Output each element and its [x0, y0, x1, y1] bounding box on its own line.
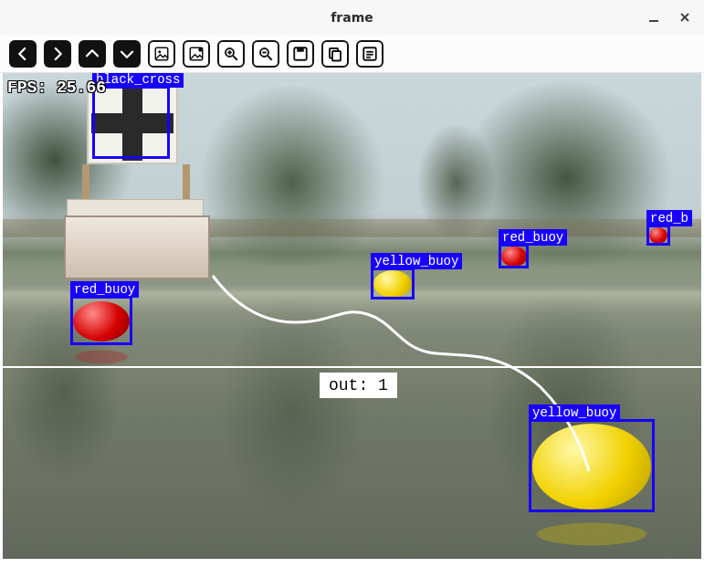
frame-viewport[interactable]: black_cross red_buoy yellow_buoy red_buo…: [0, 73, 704, 573]
platform-box: [64, 215, 210, 279]
detection-yellow-buoy: yellow_buoy: [529, 419, 655, 512]
detection-label: red_b: [646, 210, 692, 226]
detection-red-buoy: red_buoy: [70, 296, 132, 345]
detection-label: yellow_buoy: [371, 253, 462, 269]
detection-red-buoy: red_buoy: [499, 244, 529, 268]
frame-bottom-margin: [0, 559, 704, 573]
titlebar: frame: [0, 0, 704, 35]
detection-yellow-buoy: yellow_buoy: [371, 268, 415, 299]
detection-label: red_buoy: [70, 281, 139, 298]
detection-label: red_buoy: [499, 229, 567, 246]
back-button[interactable]: [9, 40, 37, 68]
window-controls: [642, 0, 697, 35]
up-button[interactable]: [79, 40, 106, 68]
window-title: frame: [331, 10, 373, 25]
image-settings-button[interactable]: [183, 40, 210, 68]
zoom-in-button[interactable]: [217, 40, 245, 68]
toolbar: [0, 35, 704, 73]
buoy-reflection: [75, 351, 128, 364]
save-button[interactable]: [287, 40, 314, 68]
svg-rect-17: [332, 51, 341, 61]
svg-line-12: [268, 56, 272, 60]
platform-top: [67, 199, 204, 217]
close-button[interactable]: [673, 5, 697, 29]
detection-label: black_cross: [92, 73, 184, 88]
buoy-reflection: [537, 523, 646, 546]
zoom-out-button[interactable]: [252, 40, 279, 68]
horizon-line: [3, 366, 701, 368]
out-label: out: 1: [320, 373, 397, 398]
svg-rect-15: [297, 47, 304, 52]
svg-point-6: [198, 47, 203, 52]
down-button[interactable]: [113, 40, 141, 68]
svg-point-4: [158, 50, 161, 53]
minimize-button[interactable]: [642, 5, 666, 29]
detection-black-cross: black_cross: [92, 86, 170, 159]
detection-label: yellow_buoy: [529, 404, 620, 421]
forward-button[interactable]: [44, 40, 71, 68]
copy-button[interactable]: [321, 40, 349, 68]
image-button[interactable]: [148, 40, 175, 68]
svg-line-8: [233, 56, 237, 60]
fps-overlay: FPS: 25.66: [7, 79, 106, 97]
properties-button[interactable]: [356, 40, 384, 68]
detection-red-buoy: red_b: [646, 225, 670, 246]
